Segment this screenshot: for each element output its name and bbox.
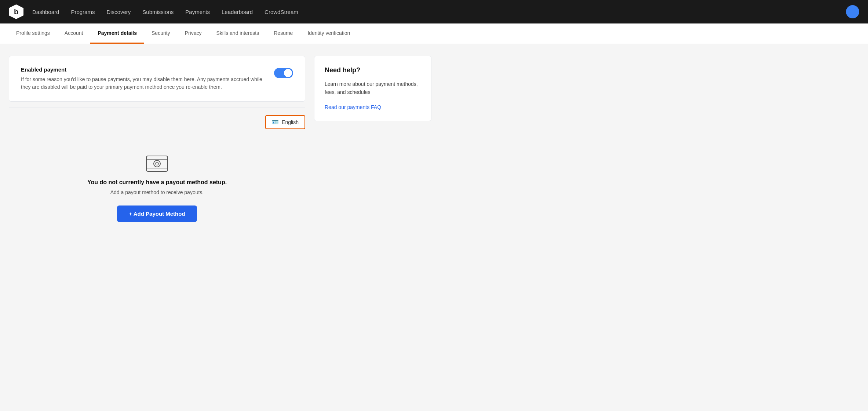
svg-point-2 bbox=[156, 162, 158, 165]
payment-toggle-section: Enabled payment If for some reason you'd… bbox=[9, 56, 305, 102]
section-divider bbox=[9, 108, 305, 108]
topnav-payments[interactable]: Payments bbox=[185, 9, 210, 15]
toggle-thumb bbox=[284, 69, 292, 77]
payment-toggle-text: Enabled payment If for some reason you'd… bbox=[21, 66, 265, 91]
help-description: Learn more about our payment methods, fe… bbox=[325, 80, 421, 97]
subnav-profile-settings[interactable]: Profile settings bbox=[9, 23, 57, 44]
content-area: Enabled payment If for some reason you'd… bbox=[9, 56, 305, 234]
subnav-payment-details[interactable]: Payment details bbox=[90, 23, 144, 44]
user-avatar[interactable] bbox=[846, 5, 859, 18]
svg-rect-0 bbox=[146, 156, 168, 171]
logo[interactable]: b bbox=[9, 4, 23, 19]
subnav-resume[interactable]: Resume bbox=[266, 23, 300, 44]
logo-text: b bbox=[14, 8, 18, 16]
topnav-crowdstream[interactable]: CrowdStream bbox=[265, 9, 298, 15]
empty-state-subtitle: Add a payout method to receive payouts. bbox=[110, 189, 204, 195]
payments-faq-link[interactable]: Read our payments FAQ bbox=[325, 104, 381, 110]
payment-toggle-switch[interactable] bbox=[274, 68, 293, 78]
topnav-dashboard[interactable]: Dashboard bbox=[32, 9, 59, 15]
topnav-programs[interactable]: Programs bbox=[71, 9, 95, 15]
language-button[interactable]: 🪪 English bbox=[265, 115, 305, 129]
main-content: Enabled payment If for some reason you'd… bbox=[0, 44, 440, 245]
empty-state: You do not currently have a payout metho… bbox=[9, 138, 305, 234]
help-title: Need help? bbox=[325, 66, 421, 74]
toggle-track[interactable] bbox=[274, 68, 293, 78]
subnav-privacy[interactable]: Privacy bbox=[178, 23, 209, 44]
language-row: 🪪 English bbox=[9, 115, 305, 129]
subnav-identity-verification[interactable]: Identity verification bbox=[300, 23, 357, 44]
subnav-skills-interests[interactable]: Skills and interests bbox=[209, 23, 267, 44]
add-payout-method-button[interactable]: + Add Payout Method bbox=[117, 205, 197, 222]
payment-toggle-description: If for some reason you'd like to pause p… bbox=[21, 76, 265, 91]
payment-toggle-title: Enabled payment bbox=[21, 66, 265, 73]
topnav-discovery[interactable]: Discovery bbox=[106, 9, 131, 15]
top-navigation: b Dashboard Programs Discovery Submissio… bbox=[0, 0, 868, 23]
language-label: English bbox=[282, 119, 299, 125]
money-icon bbox=[146, 156, 168, 172]
topnav-leaderboard[interactable]: Leaderboard bbox=[222, 9, 253, 15]
language-icon: 🪪 bbox=[272, 119, 279, 126]
subnav-account[interactable]: Account bbox=[57, 23, 91, 44]
svg-point-1 bbox=[154, 160, 160, 167]
topnav-submissions[interactable]: Submissions bbox=[142, 9, 174, 15]
help-sidebar: Need help? Learn more about our payment … bbox=[314, 56, 431, 121]
sub-navigation: Profile settings Account Payment details… bbox=[0, 23, 868, 44]
empty-state-title: You do not currently have a payout metho… bbox=[87, 179, 227, 186]
topnav-links: Dashboard Programs Discovery Submissions… bbox=[32, 9, 846, 15]
subnav-security[interactable]: Security bbox=[144, 23, 178, 44]
